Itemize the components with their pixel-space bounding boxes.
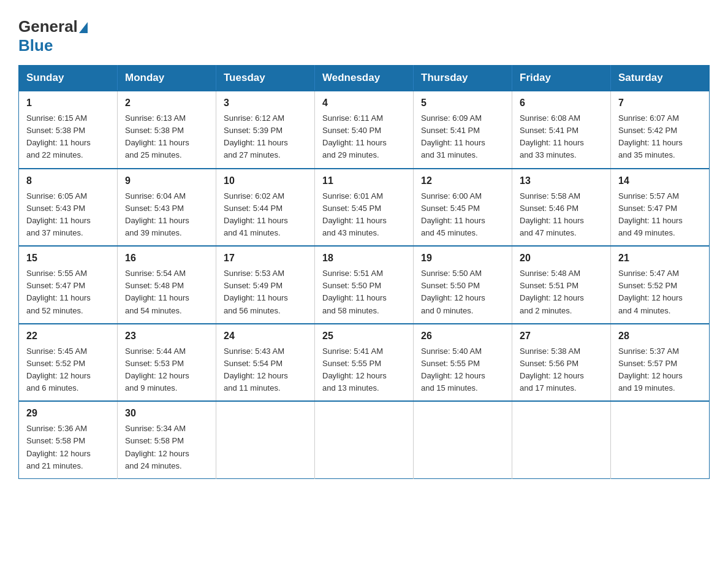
day-number: 10 (224, 175, 307, 186)
day-info: Sunrise: 5:55 AM Sunset: 5:47 PM Dayligh… (26, 267, 110, 317)
day-number: 6 (520, 98, 603, 109)
day-number: 29 (26, 408, 110, 419)
calendar-day-cell: 18Sunrise: 5:51 AM Sunset: 5:50 PM Dayli… (315, 246, 414, 324)
day-info: Sunrise: 5:53 AM Sunset: 5:49 PM Dayligh… (224, 267, 307, 317)
calendar-week-row: 22Sunrise: 5:45 AM Sunset: 5:52 PM Dayli… (19, 324, 710, 402)
calendar-week-row: 29Sunrise: 5:36 AM Sunset: 5:58 PM Dayli… (19, 401, 710, 478)
day-number: 23 (125, 331, 208, 342)
day-number: 16 (125, 253, 208, 264)
day-info: Sunrise: 5:51 AM Sunset: 5:50 PM Dayligh… (322, 267, 406, 317)
calendar-header-thursday: Thursday (414, 66, 512, 91)
calendar-day-cell: 21Sunrise: 5:47 AM Sunset: 5:52 PM Dayli… (611, 246, 710, 324)
logo-blue-part (78, 22, 88, 32)
calendar-week-row: 8Sunrise: 6:05 AM Sunset: 5:43 PM Daylig… (19, 169, 710, 247)
day-number: 19 (421, 253, 504, 264)
calendar-day-cell (216, 401, 315, 478)
day-number: 5 (421, 98, 504, 109)
calendar-day-cell: 14Sunrise: 5:57 AM Sunset: 5:47 PM Dayli… (611, 169, 710, 247)
day-number: 7 (618, 98, 702, 109)
day-number: 14 (618, 175, 702, 186)
day-number: 4 (322, 98, 406, 109)
day-info: Sunrise: 5:40 AM Sunset: 5:55 PM Dayligh… (421, 345, 504, 395)
calendar-day-cell: 6Sunrise: 6:08 AM Sunset: 5:41 PM Daylig… (512, 91, 611, 169)
calendar-day-cell: 15Sunrise: 5:55 AM Sunset: 5:47 PM Dayli… (19, 246, 118, 324)
day-info: Sunrise: 6:15 AM Sunset: 5:38 PM Dayligh… (26, 112, 110, 162)
calendar-day-cell: 17Sunrise: 5:53 AM Sunset: 5:49 PM Dayli… (216, 246, 315, 324)
day-info: Sunrise: 5:57 AM Sunset: 5:47 PM Dayligh… (618, 190, 702, 240)
calendar-day-cell: 24Sunrise: 5:43 AM Sunset: 5:54 PM Dayli… (216, 324, 315, 402)
day-info: Sunrise: 5:44 AM Sunset: 5:53 PM Dayligh… (125, 345, 208, 395)
day-number: 18 (322, 253, 406, 264)
header: General Blue (18, 12, 710, 55)
calendar-week-row: 15Sunrise: 5:55 AM Sunset: 5:47 PM Dayli… (19, 246, 710, 324)
day-info: Sunrise: 6:02 AM Sunset: 5:44 PM Dayligh… (224, 190, 307, 240)
logo-blue-text: Blue (18, 36, 53, 55)
day-info: Sunrise: 6:05 AM Sunset: 5:43 PM Dayligh… (26, 190, 110, 240)
calendar-day-cell: 2Sunrise: 6:13 AM Sunset: 5:38 PM Daylig… (118, 91, 216, 169)
day-info: Sunrise: 6:09 AM Sunset: 5:41 PM Dayligh… (421, 112, 504, 162)
day-number: 9 (125, 175, 208, 186)
day-info: Sunrise: 5:36 AM Sunset: 5:58 PM Dayligh… (26, 423, 110, 472)
calendar-day-cell: 7Sunrise: 6:07 AM Sunset: 5:42 PM Daylig… (611, 91, 710, 169)
calendar-day-cell: 1Sunrise: 6:15 AM Sunset: 5:38 PM Daylig… (19, 91, 118, 169)
day-info: Sunrise: 5:58 AM Sunset: 5:46 PM Dayligh… (520, 190, 603, 240)
calendar-day-cell: 26Sunrise: 5:40 AM Sunset: 5:55 PM Dayli… (414, 324, 512, 402)
day-info: Sunrise: 6:00 AM Sunset: 5:45 PM Dayligh… (421, 190, 504, 240)
calendar-header-friday: Friday (512, 66, 611, 91)
calendar-header-saturday: Saturday (611, 66, 710, 91)
day-info: Sunrise: 5:38 AM Sunset: 5:56 PM Dayligh… (520, 345, 603, 395)
calendar-day-cell: 20Sunrise: 5:48 AM Sunset: 5:51 PM Dayli… (512, 246, 611, 324)
calendar-day-cell: 16Sunrise: 5:54 AM Sunset: 5:48 PM Dayli… (118, 246, 216, 324)
calendar-day-cell: 4Sunrise: 6:11 AM Sunset: 5:40 PM Daylig… (315, 91, 414, 169)
day-number: 1 (26, 98, 110, 109)
day-info: Sunrise: 6:08 AM Sunset: 5:41 PM Dayligh… (520, 112, 603, 162)
calendar-day-cell: 13Sunrise: 5:58 AM Sunset: 5:46 PM Dayli… (512, 169, 611, 247)
day-info: Sunrise: 5:41 AM Sunset: 5:55 PM Dayligh… (322, 345, 406, 395)
day-number: 24 (224, 331, 307, 342)
day-info: Sunrise: 5:34 AM Sunset: 5:58 PM Dayligh… (125, 423, 208, 472)
day-info: Sunrise: 5:47 AM Sunset: 5:52 PM Dayligh… (618, 267, 702, 317)
calendar-week-row: 1Sunrise: 6:15 AM Sunset: 5:38 PM Daylig… (19, 91, 710, 169)
day-number: 11 (322, 175, 406, 186)
day-info: Sunrise: 5:37 AM Sunset: 5:57 PM Dayligh… (618, 345, 702, 395)
logo: General Blue (18, 12, 88, 55)
day-number: 22 (26, 331, 110, 342)
calendar-day-cell: 22Sunrise: 5:45 AM Sunset: 5:52 PM Dayli… (19, 324, 118, 402)
day-number: 2 (125, 98, 208, 109)
day-number: 13 (520, 175, 603, 186)
calendar-day-cell: 28Sunrise: 5:37 AM Sunset: 5:57 PM Dayli… (611, 324, 710, 402)
day-info: Sunrise: 6:01 AM Sunset: 5:45 PM Dayligh… (322, 190, 406, 240)
day-info: Sunrise: 6:11 AM Sunset: 5:40 PM Dayligh… (322, 112, 406, 162)
calendar-header-wednesday: Wednesday (315, 66, 414, 91)
day-info: Sunrise: 6:04 AM Sunset: 5:43 PM Dayligh… (125, 190, 208, 240)
calendar-day-cell: 12Sunrise: 6:00 AM Sunset: 5:45 PM Dayli… (414, 169, 512, 247)
calendar-day-cell (414, 401, 512, 478)
calendar-day-cell: 23Sunrise: 5:44 AM Sunset: 5:53 PM Dayli… (118, 324, 216, 402)
calendar-day-cell: 25Sunrise: 5:41 AM Sunset: 5:55 PM Dayli… (315, 324, 414, 402)
day-info: Sunrise: 5:43 AM Sunset: 5:54 PM Dayligh… (224, 345, 307, 395)
day-info: Sunrise: 5:50 AM Sunset: 5:50 PM Dayligh… (421, 267, 504, 317)
calendar-day-cell (512, 401, 611, 478)
calendar-header-tuesday: Tuesday (216, 66, 315, 91)
calendar-day-cell: 19Sunrise: 5:50 AM Sunset: 5:50 PM Dayli… (414, 246, 512, 324)
day-number: 20 (520, 253, 603, 264)
calendar-day-cell: 8Sunrise: 6:05 AM Sunset: 5:43 PM Daylig… (19, 169, 118, 247)
day-number: 28 (618, 331, 702, 342)
calendar-day-cell: 9Sunrise: 6:04 AM Sunset: 5:43 PM Daylig… (118, 169, 216, 247)
calendar-header-sunday: Sunday (19, 66, 118, 91)
day-number: 21 (618, 253, 702, 264)
calendar-day-cell (611, 401, 710, 478)
day-number: 15 (26, 253, 110, 264)
day-number: 26 (421, 331, 504, 342)
calendar-day-cell: 10Sunrise: 6:02 AM Sunset: 5:44 PM Dayli… (216, 169, 315, 247)
calendar-day-cell: 5Sunrise: 6:09 AM Sunset: 5:41 PM Daylig… (414, 91, 512, 169)
day-info: Sunrise: 6:12 AM Sunset: 5:39 PM Dayligh… (224, 112, 307, 162)
calendar-day-cell: 30Sunrise: 5:34 AM Sunset: 5:58 PM Dayli… (118, 401, 216, 478)
day-number: 8 (26, 175, 110, 186)
calendar-header-monday: Monday (118, 66, 216, 91)
day-number: 12 (421, 175, 504, 186)
day-number: 30 (125, 408, 208, 419)
day-number: 17 (224, 253, 307, 264)
day-info: Sunrise: 5:45 AM Sunset: 5:52 PM Dayligh… (26, 345, 110, 395)
calendar-table: SundayMondayTuesdayWednesdayThursdayFrid… (18, 65, 710, 479)
